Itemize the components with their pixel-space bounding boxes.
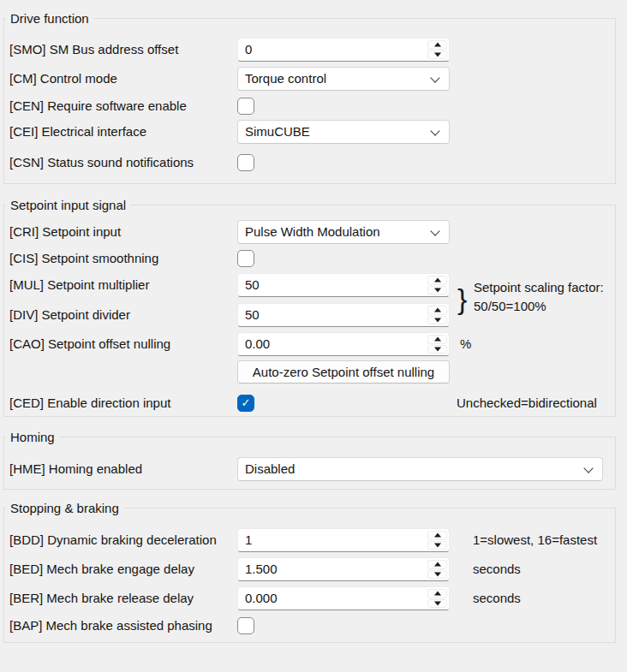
spin-up-icon bbox=[434, 308, 441, 312]
smo-spinbox[interactable] bbox=[237, 38, 450, 62]
group-title: Drive function bbox=[6, 9, 93, 27]
spin-up-icon bbox=[434, 43, 441, 47]
setpoint-input-select[interactable]: Pulse Width Modulation bbox=[237, 220, 450, 244]
spin-up-icon bbox=[434, 278, 441, 282]
cen-checkbox[interactable]: ✓ bbox=[237, 98, 254, 115]
spin-up-button[interactable] bbox=[427, 560, 447, 569]
form-row: [CAO] Setpoint offset nulling % bbox=[4, 332, 615, 356]
field-label: [BED] Mech brake engage delay bbox=[9, 557, 194, 581]
spin-down-icon bbox=[434, 601, 441, 605]
form-row: [CM] Control mode Torque control bbox=[4, 67, 615, 91]
spin-down-button[interactable] bbox=[427, 570, 447, 580]
ced-note: Unchecked=bidirectional bbox=[457, 391, 597, 415]
field-label: [CSN] Status sound notifications bbox=[9, 151, 194, 175]
field-label: [CAO] Setpoint offset nulling bbox=[9, 332, 170, 356]
spin-up-icon bbox=[434, 592, 441, 596]
unit-label: % bbox=[460, 332, 471, 356]
chevron-down-icon bbox=[430, 226, 439, 235]
bap-checkbox[interactable]: ✓ bbox=[237, 617, 254, 634]
spin-up-icon bbox=[434, 562, 441, 567]
form-row: [BED] Mech brake engage delay seconds bbox=[4, 557, 615, 581]
form-row: [SMO] SM Bus address offset bbox=[4, 38, 615, 62]
form-row: [HME] Homing enabled Disabled bbox=[4, 457, 615, 481]
div-spinbox[interactable] bbox=[237, 303, 450, 327]
form-row: [BER] Mech brake release delay seconds bbox=[4, 586, 615, 610]
spin-up-button[interactable] bbox=[427, 40, 447, 50]
selected-value: SimuCUBE bbox=[245, 124, 310, 139]
auto-zero-setpoint-offset-button[interactable]: Auto-zero Setpoint offset nulling bbox=[237, 360, 450, 384]
chevron-down-icon bbox=[583, 463, 593, 473]
spin-down-button[interactable] bbox=[427, 345, 447, 354]
spin-up-icon bbox=[434, 533, 441, 538]
group-stopping-braking: Stopping & braking [BDD] Dynamic braking… bbox=[3, 508, 616, 643]
spinner-buttons bbox=[427, 276, 447, 294]
form-row: [CEN] Require software enable ✓ bbox=[4, 94, 615, 118]
chevron-down-icon bbox=[430, 73, 439, 82]
cis-checkbox[interactable]: ✓ bbox=[237, 250, 254, 267]
bed-input[interactable] bbox=[238, 558, 449, 580]
form-row: [CED] Enable direction input ✓ Unchecked… bbox=[4, 391, 615, 415]
field-label: [CRI] Setpoint input bbox=[9, 220, 121, 244]
spin-down-button[interactable] bbox=[427, 316, 447, 325]
spinner-buttons bbox=[427, 335, 447, 354]
field-label: [HME] Homing enabled bbox=[9, 457, 142, 481]
field-label: [CEI] Electrical interface bbox=[9, 120, 146, 144]
group-title: Homing bbox=[6, 428, 59, 446]
ced-checkbox[interactable]: ✓ bbox=[237, 395, 254, 412]
field-label: [DIV] Setpoint divider bbox=[9, 303, 130, 327]
checkmark-icon: ✓ bbox=[238, 395, 254, 411]
group-homing: Homing [HME] Homing enabled Disabled bbox=[3, 437, 616, 490]
scaling-note-line2: 50/50=100% bbox=[474, 297, 604, 316]
electrical-interface-select[interactable]: SimuCUBE bbox=[237, 120, 450, 144]
control-mode-select[interactable]: Torque control bbox=[237, 67, 450, 91]
cao-spinbox[interactable] bbox=[237, 332, 450, 356]
mul-input[interactable] bbox=[238, 274, 449, 296]
cao-input[interactable] bbox=[238, 333, 449, 355]
group-title: Setpoint input signal bbox=[6, 196, 130, 214]
spin-down-button[interactable] bbox=[427, 286, 447, 295]
ber-spinbox[interactable] bbox=[237, 586, 450, 610]
field-label: [CIS] Setpoint smoothning bbox=[9, 247, 158, 271]
field-label: [MUL] Setpoint multiplier bbox=[9, 273, 149, 297]
selected-value: Torque control bbox=[245, 71, 326, 86]
group-setpoint-input-signal: Setpoint input signal [CRI] Setpoint inp… bbox=[3, 205, 616, 417]
spin-down-button[interactable] bbox=[427, 599, 447, 609]
field-label: [CED] Enable direction input bbox=[9, 391, 170, 415]
field-label: [SMO] SM Bus address offset bbox=[9, 38, 178, 62]
form-row: [BDD] Dynamic braking deceleration 1=slo… bbox=[4, 528, 615, 552]
mul-spinbox[interactable] bbox=[237, 273, 450, 297]
ber-input[interactable] bbox=[238, 587, 449, 610]
spin-up-button[interactable] bbox=[427, 276, 447, 285]
form-row: [CIS] Setpoint smoothning ✓ bbox=[4, 247, 615, 271]
bdd-input[interactable] bbox=[238, 529, 449, 551]
spinner-buttons bbox=[427, 589, 447, 608]
spin-down-button[interactable] bbox=[427, 541, 447, 550]
spin-up-button[interactable] bbox=[427, 589, 447, 598]
smo-input[interactable] bbox=[238, 39, 449, 61]
scaling-brace: } bbox=[457, 282, 467, 315]
spin-down-icon bbox=[434, 572, 441, 576]
div-input[interactable] bbox=[238, 304, 449, 326]
field-label: [BDD] Dynamic braking deceleration bbox=[9, 528, 217, 552]
group-title: Stopping & braking bbox=[6, 499, 123, 517]
selected-value: Disabled bbox=[245, 461, 295, 476]
spinner-buttons bbox=[427, 306, 447, 324]
form-row: [CRI] Setpoint input Pulse Width Modulat… bbox=[4, 220, 615, 244]
spin-down-icon bbox=[434, 52, 441, 56]
spin-down-icon bbox=[434, 318, 441, 322]
spin-down-button[interactable] bbox=[427, 51, 447, 60]
csn-checkbox[interactable]: ✓ bbox=[237, 154, 254, 171]
scaling-factor-note: Setpoint scaling factor: 50/50=100% bbox=[474, 278, 604, 316]
bed-spinbox[interactable] bbox=[237, 557, 450, 581]
homing-enabled-select[interactable]: Disabled bbox=[237, 457, 603, 481]
spin-up-button[interactable] bbox=[427, 335, 447, 344]
selected-value: Pulse Width Modulation bbox=[245, 224, 380, 239]
field-label: [BAP] Mech brake assisted phasing bbox=[9, 614, 212, 638]
bdd-spinbox[interactable] bbox=[237, 528, 450, 552]
field-label: [CEN] Require software enable bbox=[9, 94, 187, 118]
field-label: [CM] Control mode bbox=[9, 67, 117, 91]
ber-note: seconds bbox=[473, 586, 521, 610]
spinner-buttons bbox=[427, 531, 447, 550]
spin-up-button[interactable] bbox=[427, 306, 447, 315]
spin-up-button[interactable] bbox=[427, 531, 447, 540]
